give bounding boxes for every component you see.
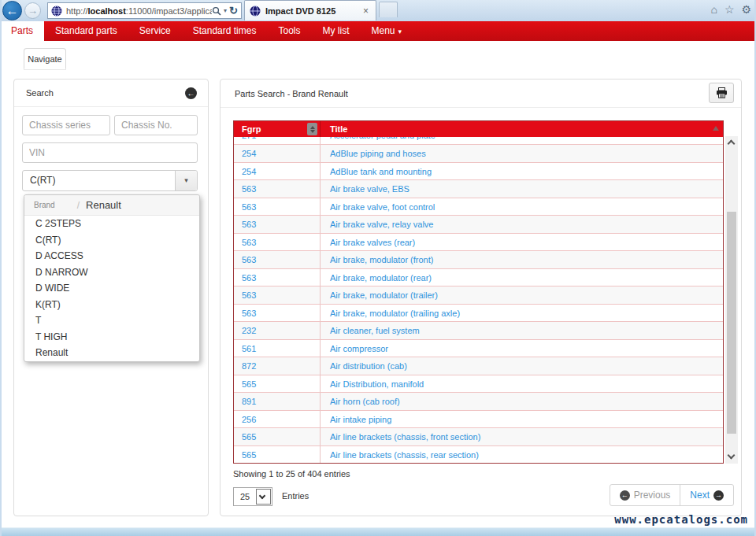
dropdown-item[interactable]: C 2STEPS	[24, 216, 199, 232]
model-select-caret-icon[interactable]: ▾	[175, 171, 197, 190]
scrollbar-thumb[interactable]	[727, 212, 736, 434]
title-link[interactable]: AdBlue tank and mounting	[330, 167, 432, 176]
chassis-series-input[interactable]	[22, 115, 110, 135]
tab-title: Impact DVD 8125	[265, 6, 361, 16]
fgrp-link[interactable]: 561	[242, 344, 256, 353]
title-link[interactable]: Accelerator pedal and plate	[330, 137, 435, 140]
title-link[interactable]: Air brake, modulator (trailer)	[330, 290, 438, 300]
title-link[interactable]: Air compressor	[330, 344, 388, 353]
nav-item-menu[interactable]: Menu▾	[360, 21, 413, 41]
title-link[interactable]: AdBlue piping and hoses	[330, 149, 426, 158]
title-link[interactable]: Air brake valve, foot control	[330, 202, 435, 212]
showing-entries-text: Showing 1 to 25 of 404 entries	[233, 469, 350, 479]
fgrp-link[interactable]: 891	[242, 397, 256, 406]
fgrp-link[interactable]: 872	[242, 361, 256, 371]
fgrp-link[interactable]: 232	[242, 326, 256, 335]
model-select-value: C(RT)	[23, 171, 175, 190]
fgrp-link[interactable]: 254	[242, 149, 256, 158]
window-bottom-frame	[0, 527, 756, 536]
title-link[interactable]: Air brake valve, relay valve	[330, 220, 433, 229]
table-row: 563Air brake, modulator (front)	[234, 250, 723, 268]
dropdown-item[interactable]: K(RT)	[24, 297, 199, 313]
fgrp-link[interactable]: 563	[242, 255, 256, 264]
title-link[interactable]: Air line brackets (chassis, front sectio…	[330, 432, 480, 442]
vin-input[interactable]	[22, 142, 198, 163]
table-row: 563Air brake valve, relay valve	[234, 215, 723, 233]
table-row: 254AdBlue piping and hoses	[234, 144, 723, 162]
collapse-back-icon[interactable]: ←	[185, 87, 197, 99]
table-header-row: Fgrp Title	[234, 121, 723, 137]
column-header-title[interactable]: Title	[321, 121, 723, 137]
model-select[interactable]: C(RT) ▾	[22, 170, 198, 191]
search-icon[interactable]	[212, 6, 221, 16]
fgrp-link[interactable]: 254	[242, 167, 256, 176]
chassis-no-input[interactable]	[114, 115, 198, 135]
print-button[interactable]	[709, 83, 734, 103]
title-link[interactable]: Air line brackets (chassis, rear section…	[330, 450, 479, 460]
fgrp-link[interactable]: 563	[242, 220, 256, 229]
table-row: 565Air line brackets (chassis, rear sect…	[234, 445, 723, 464]
fgrp-link[interactable]: 563	[242, 273, 256, 283]
title-link[interactable]: Air distribution (cab)	[330, 361, 407, 371]
nav-item-my-list[interactable]: My list	[311, 21, 360, 41]
browser-forward-button[interactable]: →	[24, 2, 41, 19]
nav-item-standard-times[interactable]: Standard times	[182, 21, 268, 41]
fgrp-link[interactable]: 563	[242, 238, 256, 247]
scroll-down-icon[interactable]	[725, 451, 738, 464]
tab-navigate[interactable]: Navigate	[24, 48, 66, 69]
browser-tab[interactable]: Impact DVD 8125 ×	[244, 0, 376, 20]
settings-gear-icon[interactable]: ⚙	[741, 3, 751, 16]
sort-asc-icon[interactable]	[713, 126, 719, 131]
fgrp-link[interactable]: 563	[242, 202, 256, 212]
new-tab-button[interactable]	[379, 2, 398, 17]
tab-favicon-globe-icon	[250, 6, 261, 17]
dropdown-item[interactable]: C(RT)	[24, 232, 199, 249]
title-link[interactable]: Air brake, modulator (trailing axle)	[330, 309, 460, 318]
fgrp-link[interactable]: 565	[242, 450, 256, 460]
browser-back-button[interactable]: ←	[2, 1, 22, 20]
title-link[interactable]: Air brake valve, EBS	[330, 184, 410, 194]
dropdown-item[interactable]: Renault	[24, 345, 199, 361]
addressbar-dropdown-icon[interactable]: ▾	[224, 7, 227, 14]
nav-item-standard-parts[interactable]: Standard parts	[44, 21, 128, 41]
page-size-select[interactable]: 25	[233, 487, 272, 506]
fgrp-link[interactable]: 563	[242, 290, 256, 300]
page-size-caret-icon[interactable]	[256, 489, 271, 505]
favorites-star-icon[interactable]: ☆	[724, 3, 735, 16]
nav-item-parts[interactable]: Parts	[0, 21, 44, 41]
dropdown-item[interactable]: D ACCESS	[24, 248, 199, 264]
fgrp-link[interactable]: 563	[242, 309, 256, 318]
dropdown-item[interactable]: T HIGH	[24, 329, 199, 346]
table-scrollbar[interactable]	[725, 136, 738, 464]
fgrp-link[interactable]: 271	[242, 137, 256, 140]
dropdown-item[interactable]: T	[24, 312, 199, 329]
tab-close-icon[interactable]: ×	[361, 6, 371, 17]
next-button[interactable]: Next →	[680, 485, 733, 505]
refresh-icon[interactable]: ↻	[229, 5, 238, 17]
table-row: 561Air compressor	[234, 339, 723, 357]
sort-icon[interactable]	[307, 123, 317, 135]
home-icon[interactable]: ⌂	[710, 3, 717, 16]
fgrp-link[interactable]: 565	[242, 432, 256, 442]
previous-button[interactable]: ← Previous	[610, 485, 681, 505]
title-link[interactable]: Air brake, modulator (front)	[330, 255, 433, 264]
title-link[interactable]: Air Distribution, manifold	[330, 379, 424, 389]
dropdown-item[interactable]: D WIDE	[24, 280, 199, 297]
address-bar[interactable]: http://localhost:11000/impact3/applicati…	[47, 2, 242, 19]
fgrp-link[interactable]: 256	[242, 415, 256, 424]
scroll-up-icon[interactable]	[725, 136, 738, 149]
fgrp-link[interactable]: 563	[242, 184, 256, 194]
dropdown-item[interactable]: D NARROW	[24, 264, 199, 281]
title-link[interactable]: Air brake, modulator (rear)	[330, 273, 432, 283]
column-header-fgrp[interactable]: Fgrp	[234, 121, 321, 137]
title-link[interactable]: Air brake valves (rear)	[330, 238, 415, 247]
title-link[interactable]: Air intake piping	[330, 415, 391, 424]
nav-item-tools[interactable]: Tools	[267, 21, 311, 41]
url-text[interactable]: http://localhost:11000/impact3/applicati…	[66, 6, 212, 16]
title-link[interactable]: Air horn (cab roof)	[330, 397, 400, 406]
nav-item-service[interactable]: Service	[128, 21, 182, 41]
watermark-text: www.epcatalogs.com	[614, 513, 748, 526]
fgrp-link[interactable]: 565	[242, 379, 256, 389]
title-link[interactable]: Air cleaner, fuel system	[330, 326, 420, 335]
results-panel-title: Parts Search - Brand Renault	[235, 89, 348, 98]
